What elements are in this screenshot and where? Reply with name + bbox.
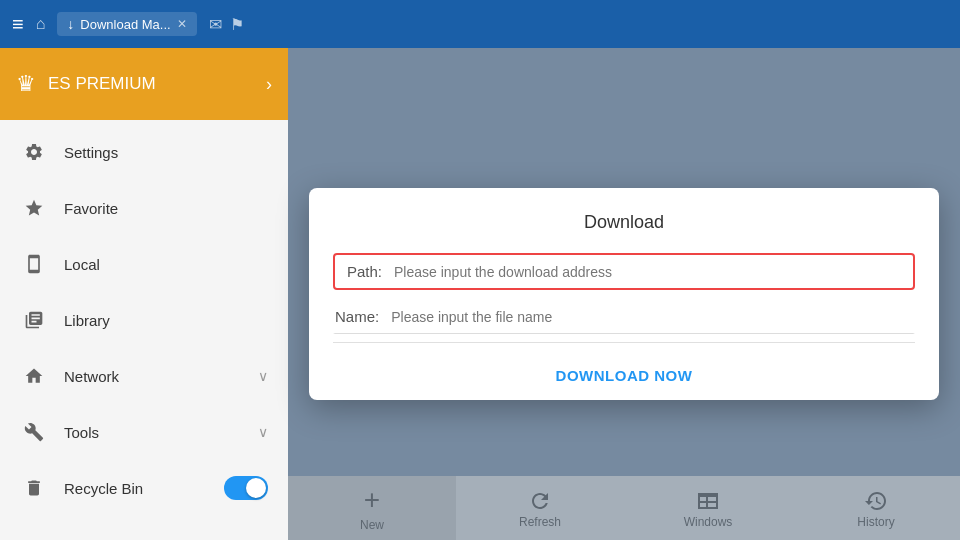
path-field-container: Path: (333, 253, 915, 290)
sidebar-items-list: Settings Favorite Local (0, 120, 288, 540)
tab-close-icon[interactable]: ✕ (177, 17, 187, 31)
favorite-icon (20, 198, 48, 218)
library-icon (20, 310, 48, 330)
sidebar-settings-label: Settings (64, 144, 268, 161)
dialog-divider (333, 342, 915, 343)
sidebar-item-favorite[interactable]: Favorite (0, 180, 288, 236)
flag-icon[interactable]: ⚑ (230, 15, 244, 34)
mail-icon[interactable]: ✉ (209, 15, 222, 34)
settings-icon (20, 142, 48, 162)
premium-arrow-icon: › (266, 74, 272, 95)
download-tab-arrow-icon: ↓ (67, 16, 74, 32)
recycle-bin-icon (20, 478, 48, 498)
sidebar-item-local[interactable]: Local (0, 236, 288, 292)
download-now-label: DOWNLOAD NOW (556, 367, 693, 384)
sidebar-item-settings[interactable]: Settings (0, 124, 288, 180)
content-area: Download Path: Name: DOWNLOAD NOW (288, 48, 960, 540)
sidebar-item-library[interactable]: Library (0, 292, 288, 348)
dialog-title: Download (333, 212, 915, 233)
home-icon[interactable]: ⌂ (36, 15, 46, 33)
sidebar-library-label: Library (64, 312, 268, 329)
main-layout: ♛ ES PREMIUM › Settings Fav (0, 48, 960, 540)
sidebar-recycle-bin-label: Recycle Bin (64, 480, 224, 497)
name-label: Name: (335, 308, 379, 325)
sidebar-item-tools[interactable]: Tools ∨ (0, 404, 288, 460)
menu-icon[interactable]: ≡ (12, 13, 24, 36)
tools-expand-icon: ∨ (258, 424, 268, 440)
sidebar-item-recycle-bin[interactable]: Recycle Bin (0, 460, 288, 516)
download-tab-label: Download Ma... (80, 17, 170, 32)
sidebar-network-label: Network (64, 368, 258, 385)
local-icon (20, 254, 48, 274)
tools-icon (20, 422, 48, 442)
dialog-overlay: Download Path: Name: DOWNLOAD NOW (288, 48, 960, 540)
network-icon (20, 366, 48, 386)
sidebar-favorite-label: Favorite (64, 200, 268, 217)
topbar-action-icons: ✉ ⚑ (209, 15, 244, 34)
sidebar-tools-label: Tools (64, 424, 258, 441)
path-label: Path: (347, 263, 382, 280)
download-tab[interactable]: ↓ Download Ma... ✕ (57, 12, 196, 36)
premium-label: ES PREMIUM (48, 74, 266, 94)
network-expand-icon: ∨ (258, 368, 268, 384)
sidebar: ♛ ES PREMIUM › Settings Fav (0, 48, 288, 540)
sidebar-local-label: Local (64, 256, 268, 273)
sidebar-item-network[interactable]: Network ∨ (0, 348, 288, 404)
name-input[interactable] (391, 309, 913, 325)
premium-banner[interactable]: ♛ ES PREMIUM › (0, 48, 288, 120)
download-dialog: Download Path: Name: DOWNLOAD NOW (309, 188, 939, 400)
top-bar: ≡ ⌂ ↓ Download Ma... ✕ ✉ ⚑ (0, 0, 960, 48)
download-now-button[interactable]: DOWNLOAD NOW (333, 351, 915, 400)
name-field-container: Name: (333, 298, 915, 334)
path-input[interactable] (394, 264, 901, 280)
recycle-bin-toggle[interactable] (224, 476, 268, 500)
premium-icon: ♛ (16, 71, 36, 97)
